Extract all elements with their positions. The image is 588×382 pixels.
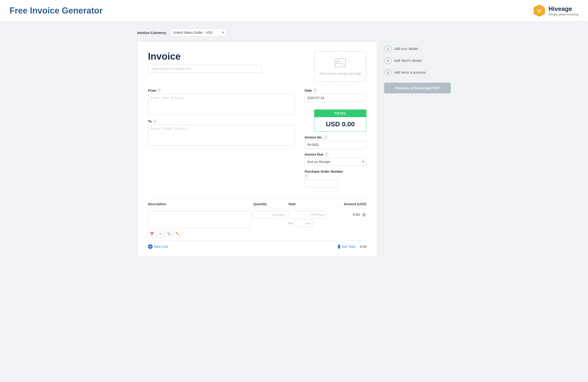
currency-row: Invoice Currency United States Dollar - … — [137, 28, 377, 37]
logo-upload-text: Click here to change your logo — [317, 72, 363, 75]
invoice-header-row: Invoice Click here to change your logo — [148, 51, 366, 82]
invoice-due-help-icon[interactable]: ? — [325, 152, 328, 156]
amount-cell: 0.00 ✕ — [328, 211, 366, 217]
sub-total-label: + Sub Total — [338, 245, 355, 249]
items-divider — [148, 198, 366, 198]
to-label: To ? — [148, 120, 295, 123]
po-help-row: ? — [305, 174, 366, 178]
description-input[interactable] — [148, 211, 252, 228]
new-line-button[interactable]: + New Line — [148, 244, 168, 249]
po-help-icon[interactable]: ? — [305, 174, 309, 178]
to-field-group: To ? — [148, 120, 295, 147]
step-1-circle: 1 — [384, 45, 391, 52]
calendar-tool-button[interactable]: 📅 — [148, 230, 156, 237]
sidebar-step-2: 2 Add client's details — [384, 57, 451, 64]
po-field-group: Purchase Order Number ? — [305, 170, 366, 188]
total-box: TOTAL USD 0.00 — [314, 109, 366, 132]
col-quantity: Quantity — [253, 202, 287, 206]
po-label: Purchase Order Number — [305, 170, 366, 173]
content-area: Invoice Currency United States Dollar - … — [137, 28, 377, 257]
to-textarea[interactable] — [148, 125, 295, 146]
right-fields-section: Date ? TOTAL USD 0.00 Invoice No. ? — [305, 89, 366, 191]
sub-total-value: 0.00 — [360, 245, 366, 249]
step-3-circle: 3 — [384, 69, 391, 76]
col-description: Description — [148, 202, 252, 206]
logo-upload-area[interactable]: Click here to change your logo — [314, 51, 366, 82]
invoice-left: Invoice — [148, 51, 314, 73]
invoice-card: Invoice Click here to change your logo — [137, 41, 377, 257]
hiveage-logo-icon: H — [533, 4, 546, 17]
po-input[interactable] — [305, 180, 338, 188]
total-header: TOTAL — [314, 109, 366, 117]
invoice-due-field-group: Invoice Due ? Due on Receipt Net 15 Net … — [305, 152, 366, 166]
page-header: Free Invoice Generator H Hiveage Simply … — [0, 0, 588, 22]
invoice-summary-input[interactable] — [148, 65, 262, 73]
invoice-title: Invoice — [148, 51, 314, 62]
col-rate: Rate — [289, 202, 327, 206]
invoice-due-label: Invoice Due ? — [305, 152, 366, 156]
currency-label: Invoice Currency — [137, 31, 166, 35]
sidebar: 1 Add your details 2 Add client's detail… — [384, 28, 451, 257]
form-grid: From ? To ? — [148, 89, 366, 191]
per-unit-row: Per — [289, 220, 327, 227]
image-icon — [335, 58, 346, 70]
svg-point-4 — [337, 60, 339, 62]
rate-cell: Per — [289, 211, 327, 227]
description-cell: 📅 ∞ 📎 ✏️ — [148, 211, 252, 237]
amount-value: 0.00 — [353, 212, 360, 216]
preview-download-pdf-button[interactable]: Preview & Download PDF — [384, 83, 451, 93]
bottom-row: + New Line + Sub Total 0.00 — [148, 241, 366, 249]
date-input[interactable] — [305, 94, 366, 102]
step-1-label: Add your details — [394, 47, 418, 51]
quantity-input[interactable] — [253, 211, 287, 218]
col-amount: Amount (USD) — [328, 202, 366, 206]
from-textarea[interactable] — [148, 94, 295, 115]
step-2-label: Add client's details — [394, 59, 422, 63]
attachment-tool-button[interactable]: 📎 — [165, 230, 173, 237]
brand-logo: H Hiveage Simply great invoicing — [533, 4, 579, 17]
brand-tagline: Simply great invoicing — [548, 13, 579, 16]
currency-select[interactable]: United States Dollar - USD Euro - EUR Br… — [170, 28, 227, 37]
from-help-icon[interactable]: ? — [157, 89, 161, 92]
total-value: USD 0.00 — [314, 117, 366, 132]
brand-name: Hiveage — [548, 5, 579, 13]
invoice-no-help-icon[interactable]: ? — [324, 135, 328, 139]
remove-item-button[interactable]: ✕ — [362, 212, 366, 217]
invoice-no-input[interactable] — [305, 141, 366, 149]
sidebar-step-3: 3 Add items & amounts — [384, 69, 451, 76]
to-help-icon[interactable]: ? — [153, 120, 157, 123]
step-3-label: Add items & amounts — [394, 71, 426, 74]
items-section: Description Quantity Rate Amount (USD) 📅… — [148, 198, 366, 249]
date-label: Date ? — [305, 89, 366, 92]
table-row: 📅 ∞ 📎 ✏️ Per — [148, 208, 366, 241]
from-label: From ? — [148, 89, 295, 92]
step-2-circle: 2 — [384, 57, 391, 64]
sub-total-row: + Sub Total 0.00 — [338, 245, 366, 249]
from-to-section: From ? To ? — [148, 89, 295, 191]
page-title: Free Invoice Generator — [9, 6, 103, 16]
svg-text:H: H — [538, 9, 541, 13]
quantity-cell — [253, 211, 287, 218]
new-line-label: New Line — [154, 245, 168, 249]
sub-total-plus-icon: + — [338, 245, 340, 249]
invoice-no-label: Invoice No. ? — [305, 135, 366, 139]
items-header: Description Quantity Rate Amount (USD) — [148, 202, 366, 208]
unit-input[interactable] — [294, 220, 313, 227]
from-field-group: From ? — [148, 89, 295, 116]
svg-rect-3 — [335, 59, 346, 67]
date-help-icon[interactable]: ? — [313, 89, 317, 92]
unit-price-input[interactable] — [289, 211, 327, 218]
main-container: Invoice Currency United States Dollar - … — [128, 22, 460, 263]
brand-name-area: Hiveage Simply great invoicing — [548, 5, 579, 16]
invoice-no-field-group: Invoice No. ? — [305, 135, 366, 149]
sidebar-step-1: 1 Add your details — [384, 45, 451, 52]
item-tools: 📅 ∞ 📎 ✏️ — [148, 230, 252, 237]
per-label: Per — [289, 222, 293, 225]
link-tool-button[interactable]: ∞ — [156, 230, 164, 237]
new-line-plus-icon: + — [148, 244, 153, 249]
invoice-due-select[interactable]: Due on Receipt Net 15 Net 30 Net 60 Cust… — [305, 158, 366, 166]
date-field-group: Date ? — [305, 89, 366, 102]
tag-tool-button[interactable]: ✏️ — [174, 230, 181, 237]
